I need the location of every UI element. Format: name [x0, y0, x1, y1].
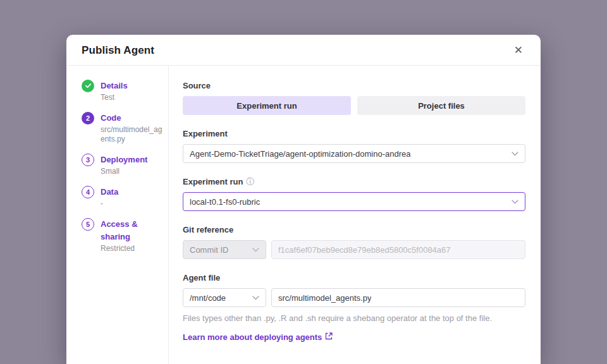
stepper: Details Test 2 Code src/multimodel_agent…: [66, 66, 169, 364]
chevron-down-icon: [512, 200, 518, 204]
step-subtitle: src/multimodel_agents.py: [101, 125, 163, 144]
step-title: Code: [101, 112, 163, 124]
agent-file-label: Agent file: [183, 273, 525, 282]
learn-more-link[interactable]: Learn more about deploying agents: [183, 332, 333, 342]
source-option-experiment-run[interactable]: Experiment run: [183, 96, 351, 115]
agent-file-directory-value: /mnt/code: [190, 293, 226, 303]
step-subtitle: -: [101, 199, 163, 209]
experiment-label: Experiment: [183, 129, 525, 138]
publish-agent-modal: Publish Agent ✕ Details Test 2 Code: [66, 35, 541, 364]
agent-file-path-input[interactable]: src/multimodel_agents.py: [271, 288, 525, 307]
step-subtitle: Restricted: [101, 244, 163, 253]
git-reference-group: Git reference Commit ID f1caf6ef07beb9ec…: [183, 225, 525, 259]
experiment-group: Experiment Agent-Demo-TicketTriage/agent…: [183, 129, 525, 163]
step-title: Details: [101, 80, 163, 92]
stepper-item-details[interactable]: Details Test: [82, 80, 163, 102]
commit-hash-value: f1caf6ef07beb9ecd8e79eb8ed5800c5f0084a67: [278, 245, 451, 255]
step-subtitle: Small: [101, 167, 163, 176]
experiment-select-value: Agent-Demo-TicketTriage/agent-optimizati…: [190, 149, 410, 159]
chevron-down-icon: [252, 248, 259, 252]
form-panel: Source Experiment run Project files Expe…: [169, 66, 541, 364]
git-reference-label: Git reference: [183, 225, 525, 234]
source-group: Source Experiment run Project files: [183, 81, 525, 115]
modal-body: Details Test 2 Code src/multimodel_agent…: [66, 66, 541, 364]
agent-file-path-value: src/multimodel_agents.py: [278, 293, 371, 303]
step-number-circle: 5: [82, 218, 94, 231]
step-title: Access & sharing: [101, 218, 163, 243]
source-label: Source: [183, 81, 525, 90]
commit-hash-input: f1caf6ef07beb9ecd8e79eb8ed5800c5f0084a67: [271, 240, 525, 259]
close-icon[interactable]: ✕: [512, 44, 525, 57]
experiment-run-group: Experiment run ⓘ local-t0.1-fs0-rubric: [183, 177, 525, 211]
agent-file-group: Agent file /mnt/code src/multimodel_agen…: [183, 273, 525, 343]
experiment-run-label: Experiment run ⓘ: [183, 177, 525, 186]
source-option-project-files[interactable]: Project files: [357, 96, 525, 115]
git-ref-type-value: Commit ID: [190, 245, 228, 255]
stepper-item-data[interactable]: 4 Data -: [82, 186, 163, 209]
git-ref-type-select: Commit ID: [183, 240, 266, 259]
step-title: Deployment: [101, 154, 163, 166]
agent-file-helper-text: Files types other than .py, .R and .sh r…: [183, 313, 525, 323]
experiment-run-select[interactable]: local-t0.1-fs0-rubric: [183, 192, 525, 211]
check-icon: [85, 82, 92, 90]
experiment-select[interactable]: Agent-Demo-TicketTriage/agent-optimizati…: [183, 144, 525, 163]
step-subtitle: Test: [101, 93, 163, 102]
step-number-circle: 3: [82, 154, 94, 166]
stepper-item-access-sharing[interactable]: 5 Access & sharing Restricted: [82, 218, 163, 253]
modal-title: Publish Agent: [82, 44, 154, 57]
step-number-circle: 2: [82, 112, 94, 124]
stepper-item-deployment[interactable]: 3 Deployment Small: [82, 154, 163, 176]
modal-header: Publish Agent ✕: [66, 35, 541, 66]
step-title: Data: [101, 186, 163, 198]
step-number-circle: 4: [82, 186, 94, 198]
agent-file-directory-select[interactable]: /mnt/code: [183, 288, 266, 307]
experiment-run-select-value: local-t0.1-fs0-rubric: [190, 197, 260, 207]
chevron-down-icon: [252, 296, 259, 300]
step-complete-circle: [82, 80, 94, 92]
info-icon[interactable]: ⓘ: [246, 178, 254, 186]
chevron-down-icon: [512, 152, 518, 156]
external-link-icon: [325, 332, 333, 342]
source-segmented-control: Experiment run Project files: [183, 96, 525, 115]
stepper-item-code[interactable]: 2 Code src/multimodel_agents.py: [82, 112, 163, 144]
